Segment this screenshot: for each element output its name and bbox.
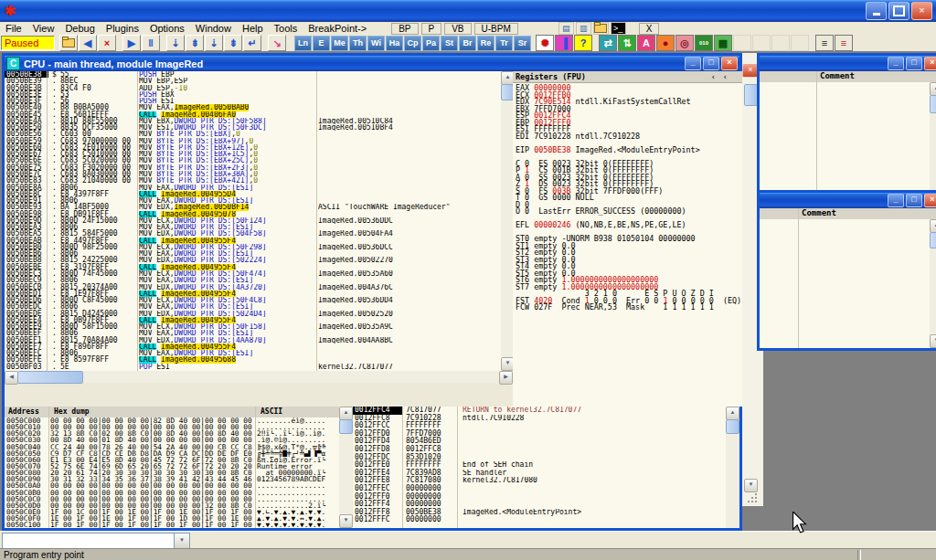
stack-row[interactable]: 0012FFFC00000000: [353, 516, 726, 524]
help-button[interactable]: ?: [574, 35, 592, 51]
command-dropdown-icon[interactable]: ▼: [174, 533, 190, 549]
close-icon[interactable]: ×: [721, 57, 738, 70]
memory-dump-pane[interactable]: 0050C00000 00 00 00|00 00 00 00|82 8D 40…: [5, 417, 339, 528]
step-over-button[interactable]: ⇟: [186, 35, 204, 51]
update-button[interactable]: ⇅: [618, 35, 636, 51]
scroll-right-icon[interactable]: ▶: [499, 371, 513, 385]
toolbar-pane-button-br[interactable]: Br: [459, 36, 476, 51]
open-file-button[interactable]: [59, 35, 78, 51]
trace-button[interactable]: ◎: [675, 35, 694, 51]
dump-scrollbar[interactable]: ▲ ▼: [339, 407, 352, 528]
register-line[interactable]: EIP 0050BE38 ImageRed.<ModuleEntryPoint>: [516, 147, 742, 154]
close-icon[interactable]: ×: [924, 57, 936, 70]
menu-item-help[interactable]: Help: [237, 22, 269, 35]
toolbar-pane-button-st[interactable]: St: [441, 36, 458, 51]
log-icon[interactable]: ▤: [558, 22, 574, 35]
disasm-row[interactable]: 0050BEE9.8B0D 58F15000MOV ECX,DWORD PTR …: [5, 323, 501, 330]
toolbar-pane-button-th[interactable]: Th: [349, 36, 367, 51]
disasm-row[interactable]: 0050BE38$55PUSH EBP: [5, 71, 501, 78]
registers-header-buttons[interactable]: ‹‹: [711, 71, 735, 82]
toolbar-pane-button-cp[interactable]: Cp: [404, 36, 421, 51]
toolbar-pane-button-e[interactable]: E: [313, 36, 330, 51]
menu-button-u-bpm[interactable]: U-BPM: [474, 23, 518, 35]
menu-item-view[interactable]: View: [27, 22, 60, 35]
execute-till-return-button[interactable]: ↵: [243, 35, 261, 51]
register-line[interactable]: EFL 00000246 (NO,NB,E,BE,NS,PE,GE,LE): [516, 222, 742, 229]
toolbar-pane-button-tr[interactable]: Tr: [495, 36, 513, 51]
restart-button[interactable]: ◀: [79, 35, 97, 51]
disassembly-scrollbar[interactable]: ▲ ▼: [501, 71, 513, 371]
binary-button[interactable]: 010: [695, 35, 713, 51]
comment-window-bottom-scrollbar[interactable]: ▲ ▼: [930, 219, 936, 348]
comment-window-top-scrollbar[interactable]: ▲: [930, 82, 936, 191]
menu-button-bp[interactable]: BP: [391, 23, 418, 35]
comment-window-top-body[interactable]: [760, 82, 930, 191]
source-list-button[interactable]: ≡: [815, 35, 834, 51]
comment-window-bottom-titlebar[interactable]: _ □ ×: [760, 193, 936, 208]
scroll-up-icon[interactable]: ▲: [930, 219, 936, 233]
disassembly-pane[interactable]: 0050BE38$55PUSH EBP0050BE39.8BECMOV EBP,…: [5, 71, 501, 371]
register-line[interactable]: FCW 027F Prec NEAR,53 Mask 1 1 1 1 1 1: [516, 304, 742, 312]
scroll-down-icon[interactable]: ▼: [930, 334, 936, 348]
menu-item-file[interactable]: File: [0, 22, 27, 35]
run-button[interactable]: ▶: [122, 35, 141, 51]
stack-pane[interactable]: 0012FFC47C817077RETURN to kernel32.7C817…: [353, 407, 726, 528]
appearance-button[interactable]: ▐: [555, 35, 573, 51]
stack-scrollbar[interactable]: ▲: [726, 407, 739, 528]
toolbar-pane-button-re[interactable]: Re: [477, 36, 495, 51]
minimize-icon[interactable]: _: [685, 57, 701, 70]
scroll-left-icon[interactable]: ◀: [5, 371, 18, 385]
minimize-icon[interactable]: _: [888, 194, 904, 207]
scroll-up-icon[interactable]: ▲: [930, 82, 936, 96]
go-to-address-button[interactable]: ↘: [268, 35, 286, 51]
disasm-row[interactable]: 0050BE3B.83C4 F0ADD ESP,-10: [5, 85, 501, 91]
maximize-icon[interactable]: □: [906, 194, 922, 207]
hidden-window-scroll-down[interactable]: ▼: [744, 479, 758, 492]
close-icon[interactable]: ×: [924, 194, 936, 207]
options-button[interactable]: ✺: [536, 35, 554, 51]
menu-item-tools[interactable]: Tools: [269, 22, 303, 35]
toolbar-pane-button-me[interactable]: Me: [331, 36, 348, 51]
menu-item-breakpoint[interactable]: BreakPoint->: [303, 22, 372, 35]
pause-button[interactable]: ‖: [142, 35, 160, 51]
close-program-button[interactable]: ×: [98, 35, 116, 51]
toolbar-close-button[interactable]: X: [639, 23, 660, 35]
menu-item-window[interactable]: Window: [190, 22, 237, 35]
folder-icon[interactable]: [593, 22, 609, 35]
step-into-button[interactable]: ⇣: [166, 35, 185, 51]
scroll-up-icon[interactable]: ▲: [339, 407, 353, 420]
disasm-row[interactable]: 0050BEF7.E8 F896F8FFCALL ImageRed.004955…: [5, 343, 501, 350]
dump-row[interactable]: 0050C1001F 00 1F 00|1F 00 1F 00|1F 00 1F…: [5, 522, 339, 528]
console-icon[interactable]: >_: [611, 22, 626, 35]
minimize-button[interactable]: [866, 2, 887, 20]
assembler-button[interactable]: A: [637, 35, 655, 51]
toolbar-pane-button-wi[interactable]: Wi: [367, 36, 385, 51]
hidden-window-scroll-thumb[interactable]: [744, 84, 758, 106]
disassembly-hscrollbar[interactable]: ◀ ▶: [5, 371, 513, 383]
menu-item-plugins[interactable]: Plugins: [101, 22, 144, 35]
register-line[interactable]: EDI 7C910228 ntdll.7C910228: [516, 133, 742, 141]
scroll-down-icon[interactable]: ▼: [339, 514, 353, 528]
disasm-row[interactable]: 0050BE8C.E8 4397F8FFCALL ImageRed.004955…: [5, 191, 501, 197]
comment-window-top-titlebar[interactable]: _ □ ×: [760, 56, 936, 71]
toolbar-pane-button-pa[interactable]: Pa: [422, 36, 440, 51]
comment-window-bottom-body[interactable]: [760, 219, 930, 348]
disasm-row[interactable]: 0050BE9D.8B0D 24F15000MOV ECX,DWORD PTR …: [5, 217, 501, 224]
menu-button-vb[interactable]: VB: [444, 23, 471, 35]
close-button[interactable]: ×: [911, 2, 932, 20]
disasm-row[interactable]: 0050BEFE.E8 8597F8FFCALL ImageRed.004956…: [5, 356, 501, 363]
disasm-row[interactable]: 0050BED6.8B0D C8F45000MOV ECX,DWORD PTR …: [5, 297, 501, 303]
maximize-icon[interactable]: □: [703, 57, 719, 70]
windows-button[interactable]: ▦: [714, 35, 732, 51]
restore-button[interactable]: [888, 2, 909, 20]
disasm-row[interactable]: 0050BE83.C683 21040000 00MOV BYTE PTR DS…: [5, 177, 501, 184]
switch-view-button[interactable]: ⇄: [599, 35, 617, 51]
register-line[interactable]: T 0 GS 0000 NULL: [516, 195, 742, 202]
disasm-row[interactable]: 0050BEB0.8B0D 98F25000MOV ECX,DWORD PTR …: [5, 244, 501, 250]
toolbar-pane-button-sr[interactable]: Sr: [514, 36, 531, 51]
menu-button-p[interactable]: P: [421, 23, 442, 35]
toolbar-pane-button-ha[interactable]: Ha: [386, 36, 403, 51]
registers-pane[interactable]: Registers (FPU) ‹‹ EAX 00000000ECX 0012F…: [513, 71, 742, 407]
disasm-row[interactable]: 0050BEC3.8B0D 74F45000MOV ECX,DWORD PTR …: [5, 270, 501, 277]
resize-grip[interactable]: [746, 493, 757, 504]
